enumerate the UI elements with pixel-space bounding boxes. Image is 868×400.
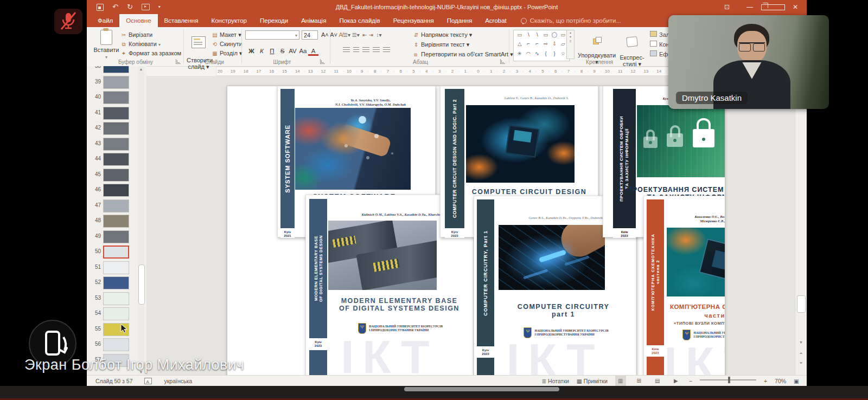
ribbon-tab[interactable]: Acrobat: [478, 14, 513, 27]
strikethrough-button[interactable]: S: [277, 47, 288, 56]
redo-icon[interactable]: ↻: [127, 0, 133, 14]
slide-thumbnail-image[interactable]: [103, 338, 129, 351]
font-size-combobox[interactable]: 24: [302, 30, 318, 40]
shape-glyph[interactable]: ◠: [524, 50, 533, 60]
align-center-button[interactable]: [353, 47, 359, 53]
cut-button[interactable]: ✂Вирізати: [120, 30, 152, 40]
slide-thumbnail-image[interactable]: [103, 230, 129, 243]
paste-button[interactable]: Вставити▾: [93, 30, 119, 61]
align-left-button[interactable]: [343, 47, 350, 53]
comments-button[interactable]: ▦ Примітки: [577, 376, 608, 386]
ribbon-tab[interactable]: Переходи: [253, 14, 295, 27]
arrange-button[interactable]: Упорядкувати ▾: [577, 30, 617, 72]
columns-button[interactable]: [383, 47, 390, 53]
scroll-up-icon[interactable]: ▲: [138, 67, 144, 71]
underline-button[interactable]: П: [267, 47, 277, 56]
save-icon[interactable]: [97, 4, 104, 11]
slide-thumbnail-image[interactable]: [103, 76, 129, 89]
slide-thumbnail-image[interactable]: [103, 276, 129, 289]
font-grow-shrink[interactable]: A˄ A˅ A̸: [321, 30, 343, 40]
slide-thumbnail-image[interactable]: [103, 307, 129, 320]
scroll-pill[interactable]: [404, 387, 559, 391]
list-buttons[interactable]: ☰▾ ☰▾ ⇤ ⇥ ↕▾: [343, 30, 381, 40]
slide-thumbnail-image[interactable]: [103, 66, 129, 73]
align-text-button[interactable]: ⇕Вирівняти текст ▾: [414, 40, 469, 49]
shape-glyph[interactable]: ⇩: [550, 41, 559, 50]
normal-view-button[interactable]: ▥: [615, 376, 626, 386]
zoom-out-button[interactable]: −: [689, 376, 692, 386]
shape-glyph[interactable]: ⌐: [524, 41, 533, 50]
shape-glyph[interactable]: ⇨: [541, 41, 550, 50]
minimize-button[interactable]: —: [738, 0, 761, 14]
shape-glyph[interactable]: }: [550, 50, 559, 60]
slide-sorter-view-button[interactable]: ⊞: [634, 376, 644, 386]
reset-button[interactable]: ⟲Скинути: [212, 40, 242, 49]
scrollbar-thumb[interactable]: [138, 264, 145, 305]
reading-view-button[interactable]: ▤: [652, 376, 663, 386]
slide-thumbnail-image[interactable]: [103, 184, 129, 197]
scrollbar-thumb[interactable]: [797, 295, 806, 313]
text-direction-button[interactable]: ⇵Напрямок тексту ▾: [414, 30, 472, 39]
thumbnail-scrollbar[interactable]: ▲ ▼: [138, 66, 144, 375]
shape-glyph[interactable]: {: [541, 50, 550, 60]
shape-glyph[interactable]: ∖: [533, 31, 541, 41]
font-dialog-launcher[interactable]: [320, 59, 325, 64]
qat-customize-icon[interactable]: ▾: [158, 0, 161, 14]
restore-button[interactable]: [761, 0, 784, 14]
ribbon-tab[interactable]: Основне: [119, 14, 157, 27]
slide-thumbnail-image[interactable]: [103, 122, 129, 135]
font-name-combobox[interactable]: ▾: [245, 30, 299, 40]
slide-thumbnail-image[interactable]: [103, 261, 129, 274]
shape-glyph[interactable]: ∖: [524, 31, 533, 41]
clipboard-dialog-launcher[interactable]: [176, 59, 181, 64]
slide-thumbnail-image[interactable]: [103, 153, 129, 166]
muted-microphone-indicator[interactable]: [54, 9, 82, 34]
bold-button[interactable]: Ж: [246, 47, 257, 56]
paragraph-dialog-launcher[interactable]: [500, 59, 505, 64]
align-right-button[interactable]: [362, 47, 369, 53]
slide-thumbnail-image[interactable]: [103, 199, 129, 212]
zoom-level[interactable]: 70%: [775, 376, 786, 386]
previous-slide-icon[interactable]: ⏶: [795, 351, 807, 356]
shape-glyph[interactable]: ◯: [550, 31, 559, 41]
slide-thumbnail-image[interactable]: [103, 138, 129, 151]
layout-button[interactable]: ▤Макет ▾: [212, 30, 241, 40]
tell-me-box[interactable]: Скажіть, що потрібно зробити...: [513, 14, 621, 27]
shape-glyph[interactable]: ∿: [533, 50, 541, 60]
ribbon-tab[interactable]: Файл: [91, 14, 119, 27]
shapes-gallery-scroll[interactable]: ▴▾≡: [566, 30, 575, 59]
slide-thumbnail-image[interactable]: [103, 215, 129, 228]
char-spacing-button[interactable]: AV: [288, 47, 298, 56]
slide-thumbnail-image[interactable]: [103, 246, 129, 259]
editor-scrollbar[interactable]: ▲ ▼ ⏶ ⏷: [795, 76, 807, 375]
shapes-gallery[interactable]: ▭∖∖▭◯▭△⌐⌐⇨⇩▱✳◠∿{}☆: [513, 30, 570, 61]
justify-button[interactable]: [373, 47, 380, 53]
ribbon-tab[interactable]: Вставлення: [158, 14, 205, 27]
ribbon-tab[interactable]: Конструктор: [205, 14, 253, 27]
section-button[interactable]: ▦Розділ ▾: [212, 49, 242, 58]
scroll-down-icon[interactable]: ▼: [795, 340, 807, 344]
start-slideshow-icon[interactable]: [142, 4, 150, 10]
shape-glyph[interactable]: ⌐: [533, 41, 541, 50]
spell-check-icon[interactable]: [144, 378, 152, 384]
zoom-slider[interactable]: [700, 379, 756, 380]
shape-glyph[interactable]: ▭: [515, 31, 524, 41]
copy-button[interactable]: ⧉Копіювати ▾: [120, 40, 161, 49]
shape-glyph[interactable]: ✳: [515, 50, 524, 60]
slide-thumbnail-image[interactable]: [103, 292, 129, 305]
new-slide-button[interactable]: Створити слайд ▾: [187, 30, 210, 76]
undo-icon[interactable]: ↶: [112, 0, 118, 14]
zoom-in-button[interactable]: +: [764, 376, 767, 386]
font-color-button[interactable]: А: [308, 48, 318, 56]
ribbon-tab[interactable]: Рецензування: [387, 14, 441, 27]
notes-button[interactable]: ≣ Нотатки: [541, 376, 569, 386]
slide-thumbnail-image[interactable]: [103, 169, 129, 182]
format-painter-button[interactable]: ✦Формат за зразком: [120, 49, 181, 58]
italic-button[interactable]: К: [257, 47, 267, 56]
ribbon-tab[interactable]: Анімація: [295, 14, 333, 27]
fit-to-window-button[interactable]: ▣: [794, 376, 799, 386]
shape-glyph[interactable]: ▭: [541, 31, 550, 41]
webcam-overlay[interactable]: Dmytro Kasatkin: [668, 15, 829, 109]
slideshow-view-button[interactable]: ▶: [671, 376, 681, 386]
slide-canvas[interactable]: SYSTEM SOFTWARE Kyiv 2021 Ye.A. Savytska…: [227, 86, 725, 375]
